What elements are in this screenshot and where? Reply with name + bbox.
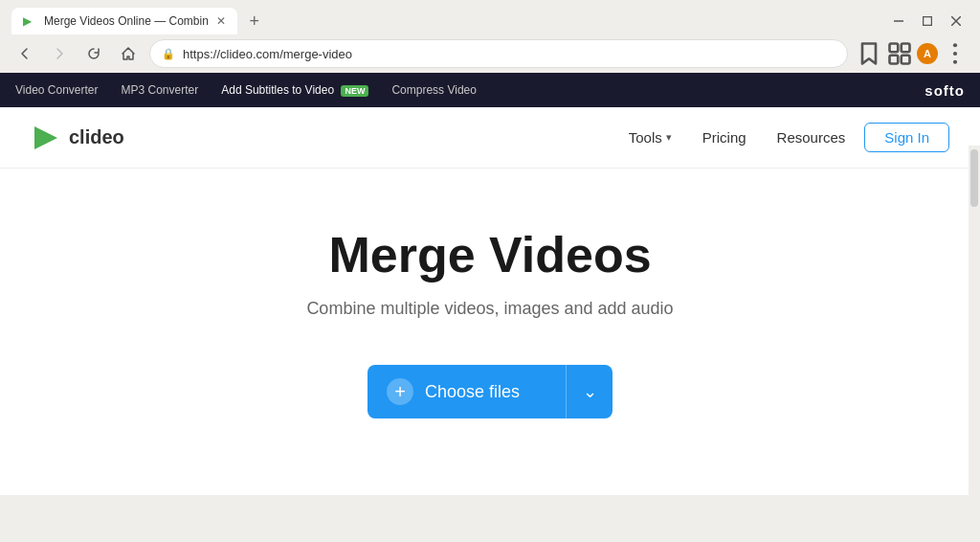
address-bar[interactable]: 🔒 https://clideo.com/merge-video	[149, 39, 848, 68]
choose-files-main: + Choose files	[368, 378, 566, 405]
topbar-link-mp3-converter[interactable]: MP3 Converter	[122, 83, 199, 97]
plus-icon: +	[387, 378, 413, 405]
reload-button[interactable]	[80, 40, 107, 67]
main-nav: clideo Tools ▾ Pricing Resources Sign In	[0, 107, 980, 169]
topbar-link-compress[interactable]: Compress Video	[391, 83, 477, 97]
signin-button[interactable]: Sign In	[864, 123, 949, 152]
url-display: https://clideo.com/merge-video	[183, 47, 835, 61]
bookmark-button[interactable]	[856, 40, 882, 67]
svg-point-9	[953, 52, 957, 56]
svg-marker-11	[34, 126, 57, 149]
svg-rect-4	[890, 44, 899, 53]
svg-rect-7	[902, 56, 910, 64]
scrollbar[interactable]	[969, 146, 980, 495]
svg-rect-6	[890, 56, 899, 64]
maximize-button[interactable]	[915, 9, 940, 34]
new-badge: NEW	[341, 85, 368, 97]
choose-files-button[interactable]: + Choose files ⌄	[368, 365, 612, 418]
logo[interactable]: clideo	[31, 123, 124, 153]
browser-tab[interactable]: ▶ Merge Videos Online — Combin ✕	[11, 8, 237, 34]
menu-button[interactable]	[942, 40, 969, 67]
new-tab-button[interactable]: +	[241, 8, 268, 34]
close-button[interactable]	[944, 9, 969, 34]
logo-text: clideo	[69, 126, 124, 148]
top-bar-links: Video Converter MP3 Converter Add Subtit…	[15, 83, 477, 97]
hero-title: Merge Videos	[328, 226, 651, 283]
tools-chevron-icon: ▾	[666, 131, 672, 144]
tab-close-button[interactable]: ✕	[216, 14, 226, 28]
tools-nav-link[interactable]: Tools ▾	[617, 124, 683, 151]
resources-nav-link[interactable]: Resources	[766, 124, 858, 151]
tab-favicon: ▶	[23, 14, 36, 28]
profile-button[interactable]: A	[917, 43, 938, 64]
tab-title: Merge Videos Online — Combin	[44, 14, 209, 28]
back-button[interactable]	[11, 40, 38, 67]
nav-links: Tools ▾ Pricing Resources Sign In	[617, 123, 949, 152]
svg-rect-1	[924, 17, 932, 26]
lock-icon: 🔒	[162, 48, 175, 60]
dropdown-chevron-icon[interactable]: ⌄	[567, 381, 612, 402]
forward-button[interactable]	[46, 40, 73, 67]
home-button[interactable]	[115, 40, 142, 67]
topbar-link-video-converter[interactable]: Video Converter	[15, 83, 99, 97]
softo-brand: softo	[924, 82, 965, 99]
logo-icon	[31, 123, 61, 153]
extensions-button[interactable]	[886, 40, 913, 67]
scrollbar-thumb[interactable]	[970, 149, 978, 207]
topbar-link-subtitles[interactable]: Add Subtitles to Video NEW	[221, 83, 368, 97]
hero-subtitle: Combine multiple videos, images and add …	[306, 299, 673, 319]
hero-section: Merge Videos Combine multiple videos, im…	[0, 169, 980, 495]
svg-rect-5	[902, 44, 910, 53]
choose-files-label: Choose files	[425, 382, 520, 402]
minimize-button[interactable]	[886, 9, 911, 34]
svg-point-8	[953, 43, 957, 47]
pricing-nav-link[interactable]: Pricing	[691, 124, 758, 151]
svg-point-10	[953, 60, 957, 64]
top-bar: Video Converter MP3 Converter Add Subtit…	[0, 73, 980, 107]
window-controls	[886, 9, 969, 34]
